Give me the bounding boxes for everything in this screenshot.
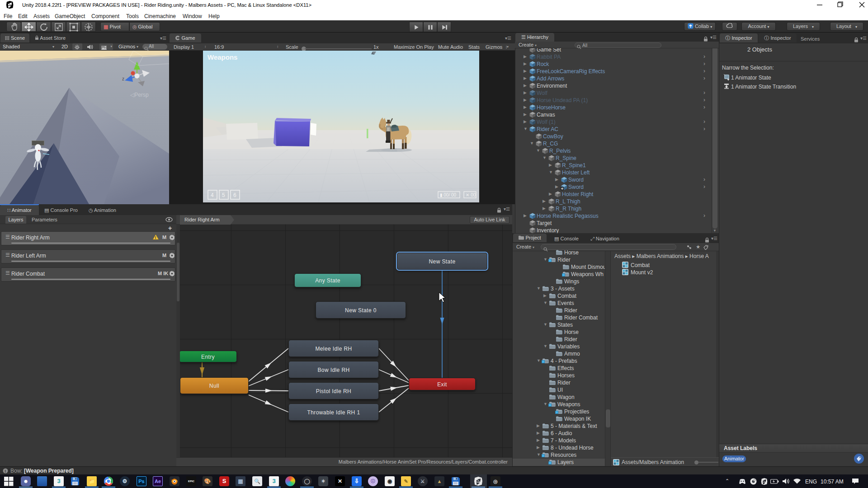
- svg-text:✕ 00: ✕ 00: [466, 192, 476, 197]
- svg-text:z: z: [122, 76, 124, 81]
- svg-text:5: 5: [222, 192, 225, 198]
- svg-text:6: 6: [233, 192, 236, 198]
- svg-text:▮ 00/ 00: ▮ 00/ 00: [440, 192, 457, 197]
- svg-text:Weapons: Weapons: [208, 53, 237, 61]
- svg-text:4: 4: [211, 192, 214, 198]
- svg-text:!: !: [155, 235, 156, 240]
- svg-text:◁Persp: ◁Persp: [130, 92, 149, 98]
- svg-text:!: !: [5, 469, 6, 474]
